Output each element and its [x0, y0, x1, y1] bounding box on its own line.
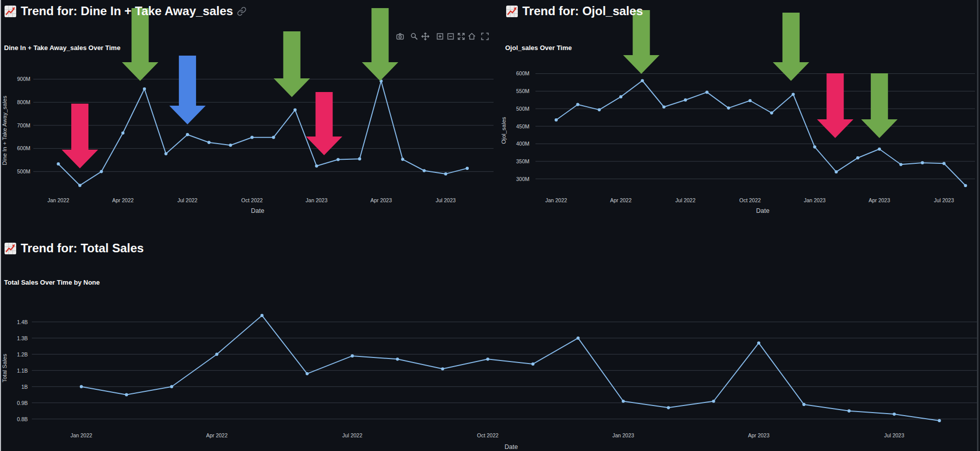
data-point-marker[interactable]: [878, 148, 881, 151]
chart-total-sales[interactable]: 1.4B1.3B1.2B1.1B1B0.9B0.8BJan 2022Apr 20…: [2, 314, 977, 450]
zoom-icon[interactable]: [411, 33, 417, 39]
axis-tick-label: 500M: [17, 168, 30, 174]
data-point-marker[interactable]: [272, 136, 275, 139]
axis-tick-label: Jan 2022: [70, 432, 92, 438]
data-point-marker[interactable]: [100, 170, 103, 173]
autoscale-icon[interactable]: [458, 33, 464, 39]
fullscreen-icon[interactable]: [482, 33, 488, 40]
chart-title: Trend for: Total Sales: [21, 241, 144, 255]
data-point-marker[interactable]: [964, 184, 967, 187]
data-point-marker[interactable]: [531, 363, 534, 366]
data-point-marker[interactable]: [444, 172, 447, 175]
x-axis-title: Date: [756, 207, 769, 214]
y-axis-title: Ojol_sales: [501, 117, 507, 144]
data-point-marker[interactable]: [684, 99, 687, 102]
data-point-marker[interactable]: [576, 103, 579, 106]
data-point-marker[interactable]: [555, 118, 558, 121]
data-point-marker[interactable]: [396, 357, 399, 360]
data-point-marker[interactable]: [143, 87, 146, 91]
charts-canvas: 900M800M700M600M500MJan 2022Apr 2022Jul …: [0, 0, 980, 451]
data-point-marker[interactable]: [486, 357, 489, 360]
chart-title: Trend for: Dine In + Take Away_sales: [21, 4, 233, 18]
data-point-marker[interactable]: [170, 385, 173, 388]
camera-snapshot-icon[interactable]: [397, 34, 404, 39]
data-point-marker[interactable]: [164, 152, 167, 155]
data-point-marker[interactable]: [848, 410, 851, 413]
x-axis-title: Date: [505, 443, 518, 450]
data-point-marker[interactable]: [893, 413, 896, 416]
zoom-out-icon[interactable]: [448, 34, 454, 39]
data-point-marker[interactable]: [315, 164, 318, 167]
axis-tick-label: 700M: [17, 122, 30, 128]
data-point-marker[interactable]: [57, 162, 60, 165]
axis-tick-label: 350M: [516, 158, 529, 164]
green-down-arrow: [274, 31, 310, 97]
data-point-marker[interactable]: [306, 372, 309, 375]
pink-down-arrow: [817, 73, 853, 138]
green-down-arrow: [362, 8, 398, 81]
scrollbar-track[interactable]: [977, 0, 978, 451]
reset-home-icon[interactable]: [469, 33, 475, 39]
data-point-marker[interactable]: [921, 161, 924, 164]
data-point-marker[interactable]: [749, 99, 752, 102]
data-point-marker[interactable]: [401, 158, 404, 161]
data-point-marker[interactable]: [336, 158, 339, 161]
data-point-marker[interactable]: [727, 107, 730, 110]
data-point-marker[interactable]: [622, 399, 625, 402]
data-point-marker[interactable]: [802, 403, 805, 406]
data-point-marker[interactable]: [186, 133, 189, 136]
zoom-in-icon[interactable]: [437, 34, 443, 39]
data-point-marker[interactable]: [757, 341, 760, 344]
x-axis-title: Date: [251, 207, 264, 214]
data-point-marker[interactable]: [293, 108, 297, 111]
data-point-marker[interactable]: [662, 105, 665, 108]
data-point-marker[interactable]: [667, 406, 670, 409]
axis-tick-label: 600M: [17, 145, 30, 151]
data-point-marker[interactable]: [938, 419, 941, 422]
data-point-marker[interactable]: [792, 93, 795, 96]
pan-icon[interactable]: [422, 33, 429, 40]
axis-tick-label: Jan 2023: [804, 197, 825, 203]
anchor-link-icon[interactable]: [237, 7, 247, 16]
green-down-arrow: [623, 10, 660, 74]
data-point-marker[interactable]: [215, 353, 218, 356]
data-point-marker[interactable]: [351, 354, 354, 357]
data-point-marker[interactable]: [899, 163, 902, 166]
data-point-marker[interactable]: [251, 136, 254, 139]
axis-tick-label: Jul 2022: [675, 197, 696, 203]
data-point-marker[interactable]: [598, 108, 601, 111]
axis-tick-label: 500M: [516, 106, 529, 112]
data-point-marker[interactable]: [856, 156, 859, 159]
data-point-marker[interactable]: [125, 393, 128, 396]
axis-tick-label: Oct 2022: [740, 197, 761, 203]
data-point-marker[interactable]: [619, 95, 622, 98]
axis-tick-label: Apr 2022: [112, 197, 134, 203]
blue-down-arrow: [169, 56, 206, 124]
data-point-marker[interactable]: [358, 157, 361, 160]
data-point-marker[interactable]: [813, 146, 816, 149]
data-point-marker[interactable]: [423, 169, 426, 172]
axis-tick-label: Jul 2022: [177, 197, 198, 203]
data-point-marker[interactable]: [208, 141, 211, 144]
data-point-marker[interactable]: [261, 314, 264, 317]
data-point-marker[interactable]: [80, 385, 83, 388]
data-point-marker[interactable]: [835, 170, 838, 173]
data-point-marker[interactable]: [121, 131, 124, 134]
data-point-marker[interactable]: [229, 144, 232, 147]
data-point-marker[interactable]: [712, 399, 715, 402]
data-point-marker[interactable]: [943, 162, 946, 165]
chart-toolbar: [397, 33, 488, 40]
data-point-marker[interactable]: [770, 111, 773, 114]
data-point-marker[interactable]: [576, 337, 579, 340]
chart-dine-in-take-away[interactable]: 900M800M700M600M500MJan 2022Apr 2022Jul …: [2, 8, 494, 214]
plot-title: Dine In + Take Away_sales Over Time: [4, 44, 120, 52]
chart-ojol[interactable]: 600M550M500M450M400M350M300MJan 2022Apr …: [501, 10, 975, 214]
data-point-marker[interactable]: [78, 184, 81, 187]
data-point-marker[interactable]: [641, 79, 644, 82]
y-axis-title: Dine In + Take Away_sales: [2, 96, 8, 165]
data-point-marker[interactable]: [705, 91, 708, 94]
data-point-marker[interactable]: [441, 367, 444, 370]
data-point-marker[interactable]: [466, 167, 469, 170]
dashboard: 900M800M700M600M500MJan 2022Apr 2022Jul …: [0, 0, 980, 451]
series-line: [81, 315, 940, 421]
